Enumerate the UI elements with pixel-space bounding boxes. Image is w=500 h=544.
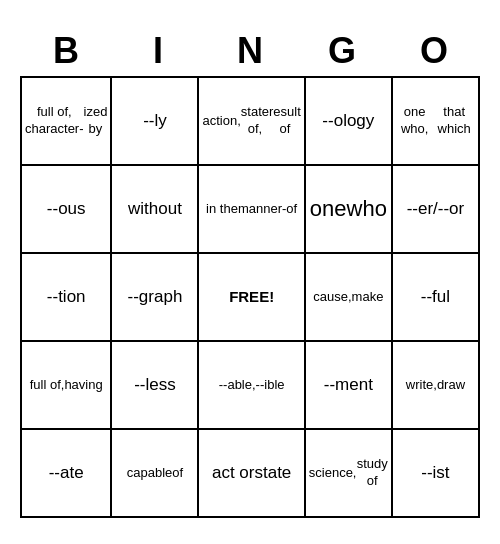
cell-text: state	[254, 462, 291, 484]
cell-text: --er/-	[407, 198, 444, 220]
cell-text: -or	[443, 198, 464, 220]
bingo-cell: --ate	[22, 430, 112, 518]
cell-text: ized by	[84, 104, 108, 138]
bingo-header: BINGO	[20, 26, 480, 76]
cell-text: graph	[139, 286, 182, 308]
bingo-cell: --ology	[306, 78, 393, 166]
bingo-cell: one who,that which	[393, 78, 480, 166]
cell-text: cause,	[313, 289, 351, 306]
bingo-cell: science,study of	[306, 430, 393, 518]
cell-text: full of, character-	[25, 104, 84, 138]
bingo-cell: FREE!	[199, 254, 305, 342]
cell-text: without	[128, 198, 182, 220]
cell-text: --ly	[143, 110, 167, 132]
bingo-cell: act orstate	[199, 430, 305, 518]
cell-text: --	[324, 374, 335, 396]
bingo-cell: cause,make	[306, 254, 393, 342]
cell-text: state of,	[241, 104, 269, 138]
cell-text: result of	[269, 104, 301, 138]
bingo-cell: --er/--or	[393, 166, 480, 254]
cell-text: capable	[127, 465, 173, 482]
bingo-card: BINGO full of, character-ized by--lyacti…	[20, 26, 480, 518]
cell-text: one	[310, 195, 347, 224]
bingo-cell: capableof	[112, 430, 199, 518]
bingo-cell: --tion	[22, 254, 112, 342]
cell-text: --ous	[47, 198, 86, 220]
header-letter: I	[112, 26, 204, 76]
bingo-cell: action,state of,result of	[199, 78, 305, 166]
cell-text: --	[322, 110, 333, 132]
bingo-cell: full of,having	[22, 342, 112, 430]
cell-text: --able,	[219, 377, 256, 394]
cell-text: one who,	[396, 104, 434, 138]
bingo-cell: full of, character-ized by	[22, 78, 112, 166]
bingo-cell: --graph	[112, 254, 199, 342]
cell-text: of	[172, 465, 183, 482]
bingo-cell: --ful	[393, 254, 480, 342]
cell-text: manner-	[238, 201, 286, 218]
cell-text: science,	[309, 465, 357, 482]
cell-text: ment	[335, 374, 373, 396]
cell-text: make	[352, 289, 384, 306]
cell-text: in the	[206, 201, 238, 218]
cell-text: less	[145, 374, 175, 396]
bingo-cell: --ist	[393, 430, 480, 518]
bingo-cell: in themanner-of	[199, 166, 305, 254]
header-letter: B	[20, 26, 112, 76]
header-letter: N	[204, 26, 296, 76]
bingo-grid: full of, character-ized by--lyaction,sta…	[20, 76, 480, 518]
cell-text: of	[286, 201, 297, 218]
cell-text: study of	[356, 456, 387, 490]
cell-text: FREE!	[229, 287, 274, 307]
cell-text: having	[64, 377, 102, 394]
bingo-cell: --ous	[22, 166, 112, 254]
bingo-cell: --ly	[112, 78, 199, 166]
bingo-cell: --able,--ible	[199, 342, 305, 430]
bingo-cell: onewho	[306, 166, 393, 254]
cell-text: ology	[334, 110, 375, 132]
cell-text: write,	[406, 377, 437, 394]
cell-text: --ible	[256, 377, 285, 394]
cell-text: act or	[212, 462, 255, 484]
bingo-cell: write,draw	[393, 342, 480, 430]
cell-text: who	[347, 195, 387, 224]
cell-text: that which	[433, 104, 475, 138]
cell-text: draw	[437, 377, 465, 394]
cell-text: --tion	[47, 286, 86, 308]
cell-text: full of,	[30, 377, 65, 394]
cell-text: --ful	[421, 286, 450, 308]
bingo-cell: --less	[112, 342, 199, 430]
cell-text: --	[134, 374, 145, 396]
cell-text: --ate	[49, 462, 84, 484]
header-letter: G	[296, 26, 388, 76]
cell-text: --	[128, 286, 139, 308]
cell-text: --ist	[421, 462, 449, 484]
cell-text: action,	[202, 113, 240, 130]
bingo-cell: without	[112, 166, 199, 254]
bingo-cell: --ment	[306, 342, 393, 430]
header-letter: O	[388, 26, 480, 76]
